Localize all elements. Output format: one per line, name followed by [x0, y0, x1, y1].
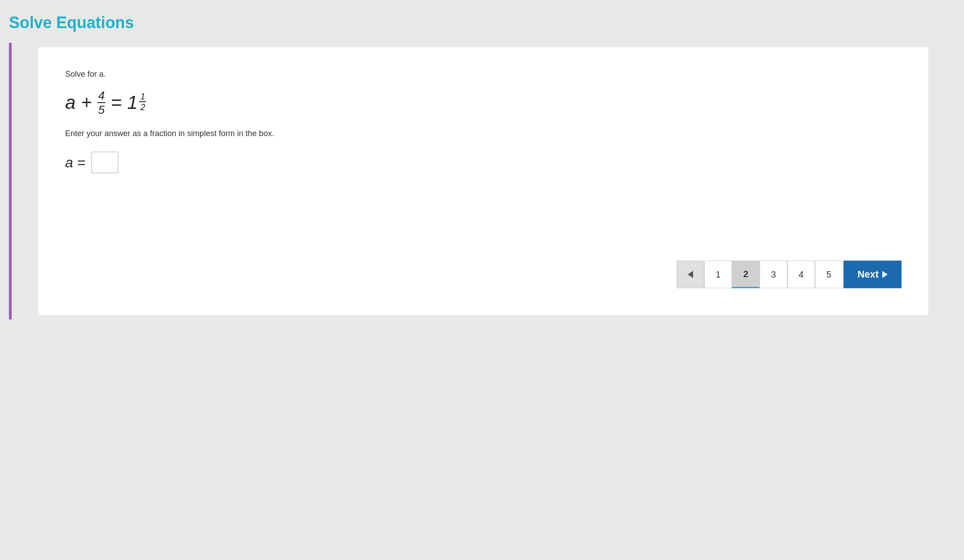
fraction-numerator: 4: [97, 90, 105, 103]
prev-button[interactable]: [677, 261, 704, 288]
answer-label: a =: [65, 154, 85, 171]
page-title: Solve Equations: [9, 13, 955, 32]
page-3-button[interactable]: 3: [760, 261, 787, 288]
equation-display: a + 4 5 = 1 1 2: [65, 90, 902, 116]
equation-plus: +: [81, 92, 92, 113]
page-5-button[interactable]: 5: [815, 261, 843, 288]
next-icon: [882, 271, 888, 278]
equation-mixed-number: 1 1 2: [127, 92, 146, 113]
next-label: Next: [857, 269, 879, 280]
equation-variable-a: a: [65, 92, 75, 113]
page-2-button[interactable]: 2: [732, 261, 760, 288]
answer-input[interactable]: [91, 152, 118, 173]
fraction-denominator: 5: [97, 103, 105, 116]
problem-card: Solve for a. a + 4 5 = 1 1 2 Enter your …: [38, 47, 928, 315]
problem-container: Solve for a. a + 4 5 = 1 1 2 Enter your …: [9, 43, 955, 319]
pagination: 1 2 3 4 5 Next: [677, 261, 902, 288]
answer-hint: Enter your answer as a fraction in simpl…: [65, 129, 902, 138]
equation-fraction-4-5: 4 5: [97, 90, 105, 116]
answer-row: a =: [65, 152, 902, 173]
prev-icon: [688, 271, 693, 278]
page-1-button[interactable]: 1: [704, 261, 732, 288]
instruction-text: Solve for a.: [65, 70, 902, 79]
page-4-button[interactable]: 4: [787, 261, 815, 288]
next-button[interactable]: Next: [844, 261, 902, 288]
equation-fraction-1-2: 1 2: [139, 92, 146, 112]
equation-equals: =: [111, 92, 122, 113]
